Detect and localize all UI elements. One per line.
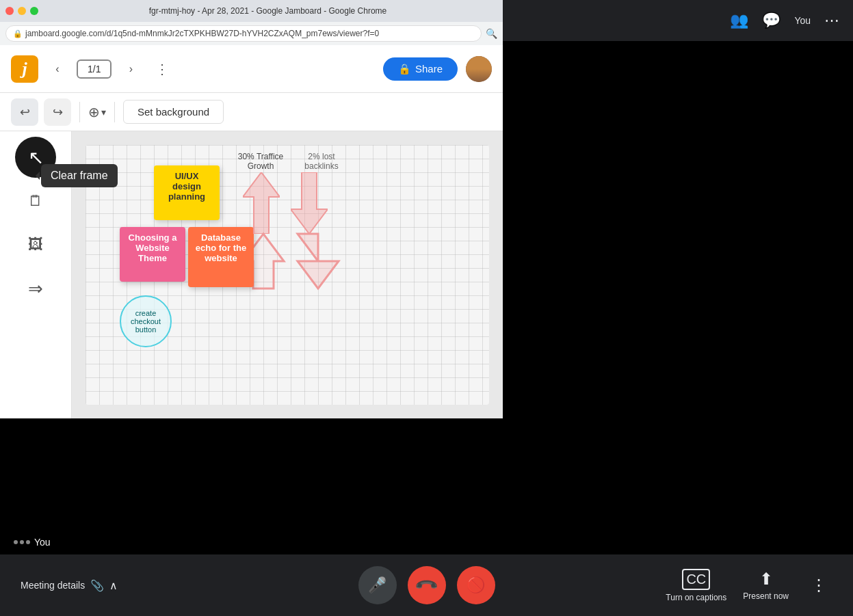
next-slide-button[interactable]: › — [120, 58, 142, 80]
present-icon: ⬆ — [759, 570, 773, 589]
zoom-dropdown-icon: ▾ — [101, 107, 106, 118]
captions-label: Turn on captions — [666, 593, 726, 602]
participants-icon: 👥 — [730, 12, 748, 29]
search-icon: 🔍 — [486, 28, 497, 39]
hangup-icon: 📞 — [414, 572, 439, 598]
sticky-database-text: Database echo for the website — [196, 232, 246, 263]
canvas-area[interactable]: UI/UX design planning Choosing a Website… — [72, 131, 503, 418]
traffic-label-text: 30% Traffice Growth — [238, 152, 283, 171]
participants-button[interactable]: 👥 — [730, 12, 748, 29]
lock-icon: 🔒 — [398, 63, 411, 75]
shapes-icon: ⇒ — [28, 278, 43, 299]
meet-more-button[interactable]: ⋯ — [824, 12, 839, 29]
zoom-button[interactable]: ⊕ ▾ — [88, 104, 106, 120]
svg-marker-2 — [243, 172, 280, 234]
jamboard-logo: j — [11, 55, 38, 83]
chat-button[interactable]: 💬 — [762, 12, 780, 29]
dot-2 — [20, 540, 24, 544]
redo-button[interactable]: ↪ — [44, 98, 71, 126]
prev-slide-button[interactable]: ‹ — [47, 58, 68, 80]
sticky-uiux-text: UI/UX design planning — [168, 171, 205, 202]
svg-marker-3 — [291, 172, 328, 234]
image-icon: 🖼 — [28, 236, 43, 254]
dot-3 — [26, 540, 30, 544]
sticky-note-icon: 🗒 — [28, 192, 43, 210]
down-arrow-svg — [291, 172, 328, 234]
browser-window-controls — [5, 7, 38, 15]
sticky-note-uiux[interactable]: UI/UX design planning — [154, 165, 220, 220]
sticky-note-database[interactable]: Database echo for the website — [188, 227, 254, 287]
sticky-note-website-theme[interactable]: Choosing a Website Theme — [120, 227, 185, 282]
camera-button[interactable]: 🚫 — [457, 566, 495, 604]
hangup-button[interactable]: 📞 — [408, 566, 446, 604]
undo-button[interactable]: ↩ — [11, 98, 38, 126]
attachment-icon: 📎 — [90, 579, 104, 592]
browser-title: fgr-mtmj-hoy - Apr 28, 2021 - Google Jam… — [38, 6, 497, 16]
share-button[interactable]: 🔒 Share — [383, 57, 458, 81]
lost-backlinks-label: 2% lost backlinks — [298, 152, 345, 171]
redo-icon: ↪ — [53, 105, 63, 120]
more-options-button[interactable]: ⋮ — [150, 57, 174, 81]
avatar-face — [466, 56, 492, 82]
circle-note-checkout[interactable]: create checkout button — [120, 295, 172, 347]
meet-right-controls: CC Turn on captions ⬆ Present now ⋮ — [666, 569, 832, 602]
set-background-button[interactable]: Set background — [123, 100, 224, 124]
minimize-button[interactable] — [18, 7, 26, 15]
address-bar: 🔒 jamboard.google.com/d/1q5nd-mMnmkJr2cT… — [0, 22, 503, 45]
captions-icon: CC — [682, 569, 710, 590]
undo-icon: ↩ — [20, 105, 30, 120]
backlinks-label-text: 2% lost backlinks — [304, 152, 338, 171]
toolbar-divider-2 — [114, 102, 115, 122]
captions-button[interactable]: CC Turn on captions — [666, 569, 726, 602]
share-label: Share — [415, 63, 443, 75]
sticky-theme-text: Choosing a Website Theme — [129, 232, 177, 263]
you-label-bottom: You — [14, 537, 51, 548]
present-label: Present now — [743, 591, 789, 601]
camera-off-icon: 🚫 — [467, 576, 485, 594]
toolbar-divider — [79, 102, 80, 122]
dot-1 — [14, 540, 18, 544]
circle-checkout-text: create checkout button — [127, 309, 165, 334]
logo-letter: j — [22, 59, 27, 79]
mic-icon: 🎤 — [368, 576, 386, 594]
maximize-button[interactable] — [30, 7, 38, 15]
microphone-button[interactable]: 🎤 — [358, 566, 397, 604]
meet-controls: 🎤 📞 🚫 — [358, 566, 495, 604]
svg-marker-1 — [298, 234, 339, 289]
image-tool-button[interactable]: 🖼 — [15, 224, 56, 265]
zoom-icon: ⊕ — [88, 104, 100, 120]
clear-frame-label: Clear frame — [51, 170, 108, 181]
clear-frame-tooltip: Clear frame — [41, 164, 118, 187]
browser-window: fgr-mtmj-hoy - Apr 28, 2021 - Google Jam… — [0, 0, 503, 45]
meet-bottom-bar: Meeting details 📎 ∧ 🎤 📞 🚫 CC Turn on cap… — [0, 554, 853, 616]
slide-counter: 1/1 — [77, 59, 111, 79]
chat-icon: 💬 — [762, 12, 780, 29]
jamboard-topbar: j ‹ 1/1 › ⋮ 🔒 Share — [0, 45, 503, 93]
shapes-tool-button[interactable]: ⇒ — [15, 268, 56, 309]
you-label-top: You — [794, 15, 811, 26]
meet-top-bar: 👥 💬 You ⋯ — [503, 0, 853, 41]
meeting-details-label: Meeting details — [21, 580, 85, 591]
present-now-button[interactable]: ⬆ Present now — [743, 570, 789, 601]
canvas-grid: UI/UX design planning Choosing a Website… — [86, 145, 489, 405]
up-arrow-svg — [243, 172, 280, 234]
url-input[interactable]: 🔒 jamboard.google.com/d/1q5nd-mMnmkJr2cT… — [5, 25, 482, 42]
meeting-details-chevron[interactable]: ∧ — [109, 579, 118, 592]
select-icon: ↖ — [28, 146, 44, 169]
close-button[interactable] — [5, 7, 14, 15]
more-icon: ⋮ — [811, 576, 827, 595]
you-text: You — [794, 15, 811, 26]
traffic-growth-label: 30% Traffice Growth — [233, 152, 288, 171]
jamboard-toolbar: ↩ ↪ ⊕ ▾ Set background — [0, 93, 503, 131]
meet-more-options-button[interactable]: ⋮ — [805, 572, 832, 599]
you-dots — [14, 540, 30, 544]
url-text: jamboard.google.com/d/1q5nd-mMnmkJr2cTXP… — [25, 29, 379, 38]
you-bottom-text: You — [34, 537, 51, 548]
browser-titlebar: fgr-mtmj-hoy - Apr 28, 2021 - Google Jam… — [0, 0, 503, 22]
avatar — [466, 56, 492, 82]
meeting-details[interactable]: Meeting details 📎 ∧ — [21, 579, 118, 592]
lock-icon: 🔒 — [13, 29, 23, 38]
